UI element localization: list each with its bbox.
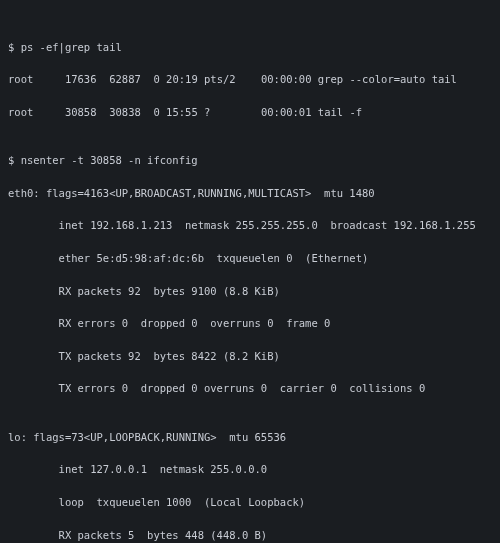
iface-header: lo: flags=73<UP,LOOPBACK,RUNNING> mtu 65…: [8, 429, 492, 445]
prompt-symbol: $: [8, 41, 14, 53]
prompt-symbol: $: [8, 154, 14, 166]
command-text: nsenter -t 30858 -n ifconfig: [21, 154, 198, 166]
iface-inet: inet 127.0.0.1 netmask 255.0.0.0: [59, 463, 268, 475]
iface-ether: ether 5e:d5:98:af:dc:6b txqueuelen 0 (Et…: [59, 252, 369, 264]
iface-detail: RX packets 5 bytes 448 (448.0 B): [8, 527, 492, 543]
iface-detail: RX packets 92 bytes 9100 (8.8 KiB): [8, 283, 492, 299]
iface-tx-packets: TX packets 92 bytes 8422 (8.2 KiB): [59, 350, 280, 362]
ps-pid: 17636: [65, 73, 97, 85]
command-text: ps -ef|grep tail: [21, 41, 122, 53]
ps-tty: ?: [204, 106, 210, 118]
ps-c: 0: [153, 106, 159, 118]
iface-header: eth0: flags=4163<UP,BROADCAST,RUNNING,MU…: [8, 185, 492, 201]
terminal-output[interactable]: $ ps -ef|grep tail root 17636 62887 0 20…: [0, 0, 500, 543]
iface-detail: ether 5e:d5:98:af:dc:6b txqueuelen 0 (Et…: [8, 250, 492, 266]
iface-detail: loop txqueuelen 1000 (Local Loopback): [8, 494, 492, 510]
iface-rx-packets: RX packets 92 bytes 9100 (8.8 KiB): [59, 285, 280, 297]
prompt-line-1: $ ps -ef|grep tail: [8, 39, 492, 55]
ps-pid: 30858: [65, 106, 97, 118]
iface-detail: inet 192.168.1.213 netmask 255.255.255.0…: [8, 217, 492, 233]
ps-ppid: 62887: [109, 73, 141, 85]
ps-user: root: [8, 106, 33, 118]
iface-detail: TX packets 92 bytes 8422 (8.2 KiB): [8, 348, 492, 364]
ps-time: 00:00:00: [261, 73, 312, 85]
ps-c: 0: [153, 73, 159, 85]
ps-row: root 30858 30838 0 15:55 ? 00:00:01 tail…: [8, 104, 492, 120]
ps-ppid: 30838: [109, 106, 141, 118]
ps-stime: 15:55: [166, 106, 198, 118]
iface-detail: RX errors 0 dropped 0 overruns 0 frame 0: [8, 315, 492, 331]
iface-tx-errors: TX errors 0 dropped 0 overruns 0 carrier…: [59, 382, 426, 394]
ps-cmd: grep --color=auto tail: [318, 73, 457, 85]
iface-detail: inet 127.0.0.1 netmask 255.0.0.0: [8, 461, 492, 477]
iface-loop: loop txqueuelen 1000 (Local Loopback): [59, 496, 306, 508]
iface-inet: inet 192.168.1.213 netmask 255.255.255.0…: [59, 219, 476, 231]
ps-time: 00:00:01: [261, 106, 312, 118]
ps-stime: 20:19: [166, 73, 198, 85]
ps-cmd: tail -f: [318, 106, 362, 118]
prompt-line-2: $ nsenter -t 30858 -n ifconfig: [8, 152, 492, 168]
ps-user: root: [8, 73, 33, 85]
ps-row: root 17636 62887 0 20:19 pts/2 00:00:00 …: [8, 71, 492, 87]
iface-rx-errors: RX errors 0 dropped 0 overruns 0 frame 0: [59, 317, 331, 329]
iface-detail: TX errors 0 dropped 0 overruns 0 carrier…: [8, 380, 492, 396]
ps-tty: pts/2: [204, 73, 236, 85]
iface-rx-packets: RX packets 5 bytes 448 (448.0 B): [59, 529, 268, 541]
